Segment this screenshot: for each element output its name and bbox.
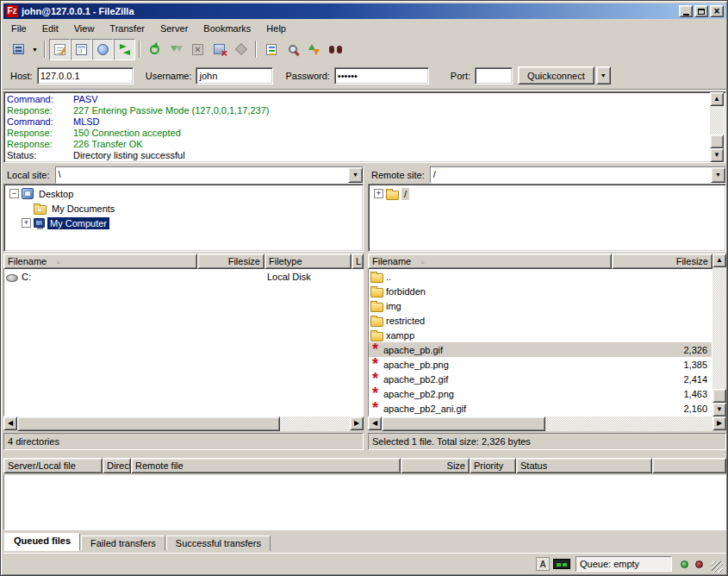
local-site-dropdown[interactable]: ▼ bbox=[348, 167, 363, 183]
disconnect-button[interactable] bbox=[208, 39, 230, 60]
minimize-button[interactable] bbox=[679, 5, 693, 17]
transfer-queue-list[interactable] bbox=[3, 475, 726, 530]
tab-failed-transfers[interactable]: Failed transfers bbox=[81, 535, 165, 551]
file-row[interactable]: img bbox=[369, 298, 712, 313]
column-filetype[interactable]: Filetype bbox=[264, 254, 352, 269]
scroll-left-button[interactable]: ◀ bbox=[3, 416, 17, 430]
remote-vscrollbar[interactable]: ▲ ▼ bbox=[712, 254, 726, 416]
local-site-combo[interactable]: \ ▼ bbox=[55, 166, 364, 184]
file-row[interactable]: C: Local Disk bbox=[4, 269, 363, 284]
column-status[interactable]: Status bbox=[516, 458, 652, 473]
file-row[interactable]: forbidden bbox=[369, 284, 712, 298]
close-button[interactable]: × bbox=[710, 5, 724, 17]
refresh-button[interactable] bbox=[144, 39, 165, 60]
remote-site-dropdown[interactable]: ▼ bbox=[711, 167, 725, 183]
remote-site-combo[interactable]: / ▼ bbox=[430, 166, 726, 184]
quickconnect-button[interactable]: Quickconnect bbox=[518, 66, 594, 85]
file-row[interactable]: restricted bbox=[369, 313, 712, 328]
column-filesize[interactable]: Filesize bbox=[612, 254, 712, 269]
menu-server[interactable]: Server bbox=[152, 22, 196, 35]
scroll-down-button[interactable]: ▼ bbox=[710, 148, 724, 162]
scrollbar-track[interactable] bbox=[712, 267, 726, 403]
menu-file[interactable]: File bbox=[3, 22, 34, 35]
menu-help[interactable]: Help bbox=[258, 22, 294, 35]
toggle-remote-tree-button[interactable] bbox=[92, 39, 114, 60]
scroll-right-button[interactable]: ▶ bbox=[350, 416, 364, 430]
scroll-left-button[interactable]: ◀ bbox=[368, 416, 382, 430]
menu-view[interactable]: View bbox=[66, 22, 103, 35]
tree-item-my-documents[interactable]: My Documents bbox=[6, 201, 361, 216]
scrollbar-track[interactable] bbox=[382, 416, 712, 431]
local-hscrollbar[interactable]: ◀ ▶ bbox=[3, 416, 364, 431]
tree-item-label[interactable]: Desktop bbox=[36, 188, 76, 200]
toggle-queue-button[interactable] bbox=[114, 39, 135, 60]
filter-button[interactable] bbox=[260, 39, 282, 60]
directory-comparison-button[interactable] bbox=[282, 39, 303, 60]
column-direction[interactable]: Directi... bbox=[103, 458, 131, 473]
process-queue-button[interactable] bbox=[165, 39, 187, 60]
tree-item-desktop[interactable]: − Desktop bbox=[6, 186, 361, 201]
speed-limit-icon[interactable] bbox=[553, 559, 570, 569]
file-row[interactable]: *apache_pb2.gif2,414 bbox=[369, 372, 712, 386]
toggle-message-log-button[interactable] bbox=[49, 39, 71, 60]
synchronized-browsing-button[interactable] bbox=[303, 39, 325, 60]
file-row[interactable]: *apache_pb2.png1,463 bbox=[369, 386, 712, 401]
file-row-selected[interactable]: *apache_pb.gif2,326 bbox=[369, 342, 712, 357]
scroll-up-button[interactable]: ▲ bbox=[710, 92, 724, 106]
scroll-right-button[interactable]: ▶ bbox=[712, 416, 726, 430]
toggle-local-tree-button[interactable] bbox=[71, 39, 92, 60]
scroll-down-button[interactable]: ▼ bbox=[712, 403, 726, 416]
column-filename[interactable]: Filename▲ bbox=[368, 254, 612, 269]
quickconnect-dropdown[interactable]: ▼ bbox=[596, 66, 611, 85]
scrollbar-thumb[interactable] bbox=[382, 416, 545, 431]
scroll-up-button[interactable]: ▲ bbox=[712, 254, 726, 267]
column-last-modified[interactable]: L bbox=[352, 254, 364, 269]
find-button[interactable] bbox=[325, 39, 346, 60]
scrollbar-track[interactable] bbox=[710, 106, 724, 148]
menu-bookmarks[interactable]: Bookmarks bbox=[196, 22, 258, 35]
file-row[interactable]: *apache_pb2_ani.gif2,160 bbox=[369, 401, 712, 416]
remote-file-list: .. forbidden img restricted xampp *apach… bbox=[368, 269, 712, 416]
site-manager-dropdown[interactable]: ▼ bbox=[29, 39, 40, 60]
host-input[interactable] bbox=[37, 67, 134, 85]
tree-item-label[interactable]: My Computer bbox=[47, 217, 109, 229]
resize-grip[interactable] bbox=[712, 561, 723, 573]
tree-item-label[interactable]: / bbox=[401, 188, 409, 200]
scrollbar-thumb[interactable] bbox=[17, 416, 280, 431]
column-server-local-file[interactable]: Server/Local file bbox=[3, 458, 103, 473]
menu-transfer[interactable]: Transfer bbox=[102, 22, 152, 35]
local-site-value[interactable]: \ bbox=[56, 167, 348, 183]
column-filename[interactable]: Filename▲ bbox=[3, 254, 197, 269]
file-row[interactable]: xampp bbox=[369, 328, 712, 342]
tree-item-root[interactable]: + / bbox=[370, 186, 724, 201]
password-input[interactable] bbox=[334, 67, 429, 85]
scrollbar-thumb[interactable] bbox=[710, 135, 724, 148]
tree-item-my-computer[interactable]: + My Computer bbox=[6, 216, 361, 230]
site-manager-button[interactable] bbox=[8, 39, 29, 60]
column-filesize[interactable]: Filesize bbox=[197, 254, 264, 269]
maximize-button[interactable] bbox=[694, 5, 708, 17]
scrollbar-track[interactable] bbox=[17, 416, 350, 431]
chevron-down-icon: ▼ bbox=[352, 172, 358, 178]
file-row[interactable]: .. bbox=[369, 269, 712, 284]
menu-edit[interactable]: Edit bbox=[34, 22, 66, 35]
scrollbar-thumb[interactable] bbox=[712, 389, 726, 403]
transfer-type-icon[interactable]: A bbox=[536, 557, 550, 571]
remote-site-value[interactable]: / bbox=[431, 167, 711, 183]
expand-icon[interactable]: + bbox=[374, 189, 383, 198]
collapse-icon[interactable]: − bbox=[9, 189, 19, 198]
cancel-button[interactable]: × bbox=[187, 39, 208, 60]
column-priority[interactable]: Priority bbox=[470, 458, 516, 473]
username-input[interactable] bbox=[196, 67, 273, 85]
reconnect-button[interactable] bbox=[230, 39, 252, 60]
file-row[interactable]: *apache_pb.png1,385 bbox=[369, 357, 712, 372]
tab-queued-files[interactable]: Queued files bbox=[4, 533, 80, 551]
column-remote-file[interactable]: Remote file bbox=[131, 458, 401, 473]
port-input[interactable] bbox=[475, 67, 513, 85]
expand-icon[interactable]: + bbox=[22, 218, 31, 228]
remote-hscrollbar[interactable]: ◀ ▶ bbox=[368, 416, 726, 431]
tab-successful-transfers[interactable]: Successful transfers bbox=[166, 535, 271, 551]
tree-item-label[interactable]: My Documents bbox=[49, 203, 117, 215]
log-scrollbar[interactable]: ▲ ▼ bbox=[710, 92, 724, 162]
column-size[interactable]: Size bbox=[401, 458, 470, 473]
